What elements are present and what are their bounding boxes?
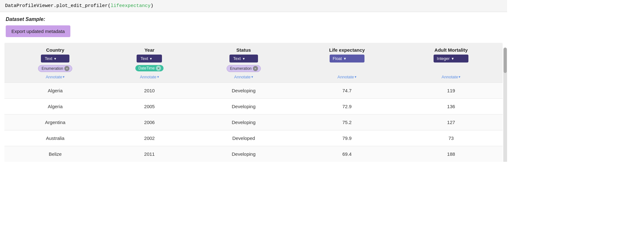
country-annotate-link[interactable]: Annotate xyxy=(46,75,65,79)
cell-status: Developed xyxy=(193,130,294,146)
dataset-label: Dataset Sample: xyxy=(6,16,501,22)
life-expectancy-annotate-cell: Annotate xyxy=(294,73,400,83)
cell-status: Developing xyxy=(193,146,294,162)
year-annotate-cell: Annotate xyxy=(106,73,193,83)
chevron-down-icon: ▾ xyxy=(243,56,245,61)
life-expectancy-type-label: Float xyxy=(333,56,342,61)
col-header-life-expectancy: Life expectancy xyxy=(294,43,400,54)
chevron-down-icon: ▾ xyxy=(452,56,454,61)
year-datetime-close-icon[interactable]: × xyxy=(156,66,161,71)
status-type-dropdown[interactable]: Text ▾ xyxy=(229,55,258,62)
cell-country: Argentina xyxy=(4,115,106,130)
status-annotate-link[interactable]: Annotate xyxy=(234,75,253,79)
country-annotate-cell: Annotate xyxy=(4,73,106,83)
status-enumeration-label: Enumeration xyxy=(230,66,252,71)
status-controls-cell: Text ▾ Enumeration × xyxy=(193,54,294,73)
table-wrapper: Country Year Status Life expectancy Adul… xyxy=(4,43,503,162)
country-controls-cell: Text ▾ Enumeration × xyxy=(4,54,106,73)
country-type-dropdown[interactable]: Text ▾ xyxy=(41,55,69,62)
cell-status: Developing xyxy=(193,83,294,99)
scrollbar-thumb[interactable] xyxy=(504,48,507,73)
table-annotate-row: Annotate Annotate Annotate Annotate Anno… xyxy=(4,73,503,83)
dataset-section: Dataset Sample: Export updated metadata xyxy=(0,12,507,40)
cell-life-expectancy: 72.9 xyxy=(294,99,400,115)
cell-adult-mortality: 136 xyxy=(400,99,503,115)
code-param: lifeexpectancy xyxy=(111,3,151,9)
table-row: Algeria 2005 Developing 72.9 136 xyxy=(4,99,503,115)
adult-mortality-type-dropdown[interactable]: Integer ▾ xyxy=(434,55,468,62)
code-suffix: ) xyxy=(151,3,153,9)
col-header-year: Year xyxy=(106,43,193,54)
table-body: Algeria 2010 Developing 74.7 119 Algeria… xyxy=(4,83,503,162)
year-datetime-tag: DateTime × xyxy=(135,65,164,71)
table-header-row: Country Year Status Life expectancy Adul… xyxy=(4,43,503,54)
cell-country: Australia xyxy=(4,130,106,146)
table-row: Algeria 2010 Developing 74.7 119 xyxy=(4,83,503,99)
year-type-dropdown[interactable]: Text ▾ xyxy=(137,55,162,62)
export-updated-metadata-button[interactable]: Export updated metadata xyxy=(6,25,70,37)
cell-country: Algeria xyxy=(4,99,106,115)
table-row: Belize 2011 Developing 69.4 188 xyxy=(4,146,503,162)
cell-adult-mortality: 127 xyxy=(400,115,503,130)
code-bar: DataProfileViewer.plot_edit_profiler(lif… xyxy=(0,0,507,12)
table-row: Argentina 2006 Developing 75.2 127 xyxy=(4,115,503,130)
life-expectancy-controls-cell: Float ▾ xyxy=(294,54,400,73)
adult-mortality-type-label: Integer xyxy=(437,56,449,61)
table-controls-row: Text ▾ Enumeration × xyxy=(4,54,503,73)
adult-mortality-annotate-link[interactable]: Annotate xyxy=(441,75,460,79)
year-tags: DateTime × xyxy=(135,65,164,71)
scrollbar-track[interactable] xyxy=(503,48,507,162)
cell-status: Developing xyxy=(193,99,294,115)
chevron-down-icon: ▾ xyxy=(54,56,56,61)
adult-mortality-annotate-cell: Annotate xyxy=(400,73,503,83)
table-row: Australia 2002 Developed 79.9 73 xyxy=(4,130,503,146)
cell-status: Developing xyxy=(193,115,294,130)
cell-country: Belize xyxy=(4,146,106,162)
col-header-country: Country xyxy=(4,43,106,54)
status-enumeration-close-icon[interactable]: × xyxy=(253,66,258,71)
code-prefix: DataProfileViewer.plot_edit_profiler( xyxy=(5,3,111,9)
cell-adult-mortality: 73 xyxy=(400,130,503,146)
cell-year: 2011 xyxy=(106,146,193,162)
adult-mortality-controls-cell: Integer ▾ xyxy=(400,54,503,73)
cell-country: Algeria xyxy=(4,83,106,99)
col-header-status: Status xyxy=(193,43,294,54)
cell-year: 2006 xyxy=(106,115,193,130)
year-type-label: Text xyxy=(140,56,148,61)
status-annotate-cell: Annotate xyxy=(193,73,294,83)
year-controls-cell: Text ▾ DateTime × xyxy=(106,54,193,73)
chevron-down-icon: ▾ xyxy=(344,56,346,61)
cell-life-expectancy: 74.7 xyxy=(294,83,400,99)
chevron-down-icon: ▾ xyxy=(150,56,152,61)
cell-year: 2010 xyxy=(106,83,193,99)
data-table: Country Year Status Life expectancy Adul… xyxy=(4,43,503,162)
cell-year: 2005 xyxy=(106,99,193,115)
status-enumeration-tag: Enumeration × xyxy=(227,65,261,72)
cell-adult-mortality: 119 xyxy=(400,83,503,99)
col-header-adult-mortality: Adult Mortality xyxy=(400,43,503,54)
life-expectancy-annotate-link[interactable]: Annotate xyxy=(338,75,357,79)
country-tags: Enumeration × xyxy=(38,65,72,72)
status-tags: Enumeration × xyxy=(227,65,261,72)
cell-adult-mortality: 188 xyxy=(400,146,503,162)
country-enumeration-tag: Enumeration × xyxy=(38,65,72,72)
country-enumeration-close-icon[interactable]: × xyxy=(64,66,69,71)
year-datetime-label: DateTime xyxy=(138,66,155,70)
cell-year: 2002 xyxy=(106,130,193,146)
cell-life-expectancy: 75.2 xyxy=(294,115,400,130)
status-type-label: Text xyxy=(233,56,241,61)
country-type-label: Text xyxy=(45,56,52,61)
page-container: DataProfileViewer.plot_edit_profiler(lif… xyxy=(0,0,507,162)
year-annotate-link[interactable]: Annotate xyxy=(140,75,159,79)
life-expectancy-type-dropdown[interactable]: Float ▾ xyxy=(330,55,364,62)
country-enumeration-label: Enumeration xyxy=(42,66,63,71)
cell-life-expectancy: 69.4 xyxy=(294,146,400,162)
cell-life-expectancy: 79.9 xyxy=(294,130,400,146)
